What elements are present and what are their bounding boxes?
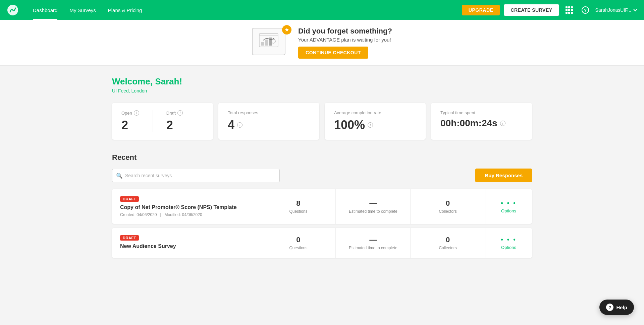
est-time-label: Estimated time to complete xyxy=(349,246,397,250)
svg-text:?: ? xyxy=(584,8,587,13)
survey-collectors-col: 0 Collectors xyxy=(410,189,485,224)
avg-completion-info-icon[interactable]: i xyxy=(368,122,373,128)
nav-links: Dashboard My Surveys Plans & Pricing xyxy=(27,0,462,20)
est-time-label: Estimated time to complete xyxy=(349,209,397,214)
options-label[interactable]: Options xyxy=(501,208,516,213)
user-menu[interactable]: SarahJonasUIF... xyxy=(595,7,637,13)
open-value: 2 xyxy=(121,118,139,132)
survey-options-col[interactable]: • • • Options xyxy=(485,228,532,258)
search-icon: 🔍 xyxy=(116,172,123,179)
typical-time-label: Typical time spent xyxy=(440,110,475,115)
recent-title: Recent xyxy=(112,153,532,162)
stat-card-typical-time: Typical time spent 00h:00m:24s i xyxy=(431,103,532,140)
questions-label: Questions xyxy=(289,246,307,250)
greeting-prefix: Welcome, xyxy=(112,76,155,86)
draft-badge: DRAFT xyxy=(120,196,139,202)
survey-questions-col: 0 Questions xyxy=(261,228,336,258)
avg-completion-value: 100% xyxy=(334,118,365,132)
survey-card: DRAFT New Audience Survey 0 Questions — … xyxy=(112,228,532,258)
user-first-name: Sarah xyxy=(155,76,179,86)
typical-time-value: 00h:00m:24s xyxy=(440,118,497,129)
stat-card-open-draft: Open i 2 Draft i 2 xyxy=(112,103,213,140)
draft-info-icon[interactable]: i xyxy=(177,110,183,116)
open-label: Open xyxy=(121,111,132,116)
draft-label: Draft xyxy=(166,111,176,116)
options-dots-icon: • • • xyxy=(501,236,517,244)
main-content: Welcome, Sarah! UI Feed, London Open i 2… xyxy=(104,66,540,278)
stat-card-total-responses: Total responses 4 i xyxy=(218,103,319,140)
collectors-label: Collectors xyxy=(439,246,457,250)
navbar-right: UPGRADE CREATE SURVEY ? SarahJonasUIF... xyxy=(462,4,637,16)
upgrade-button[interactable]: UPGRADE xyxy=(462,5,500,15)
options-label[interactable]: Options xyxy=(501,245,516,250)
welcome-section: Welcome, Sarah! UI Feed, London xyxy=(112,76,532,93)
survey-main: DRAFT Copy of Net Promoter® Score (NPS) … xyxy=(112,189,261,224)
navbar: Dashboard My Surveys Plans & Pricing UPG… xyxy=(0,0,644,20)
survey-questions-col: 8 Questions xyxy=(261,189,336,224)
promo-star-icon: ★ xyxy=(282,25,291,35)
chevron-down-icon xyxy=(633,9,637,11)
create-survey-button[interactable]: CREATE SURVEY xyxy=(504,4,559,16)
survey-options-col[interactable]: • • • Options xyxy=(485,189,532,224)
stat-divider xyxy=(153,110,153,132)
nav-dashboard[interactable]: Dashboard xyxy=(27,0,63,20)
total-responses-info-icon[interactable]: i xyxy=(237,122,243,128)
promo-banner: ★ Did you forget something? Your ADVANTA… xyxy=(0,20,644,66)
grid-icon xyxy=(566,6,573,14)
questions-value: 8 xyxy=(296,199,300,208)
total-responses-value: 4 xyxy=(228,118,234,132)
search-wrap: 🔍 xyxy=(112,169,280,182)
welcome-sub[interactable]: UI Feed, London xyxy=(112,88,532,93)
survey-card: DRAFT Copy of Net Promoter® Score (NPS) … xyxy=(112,189,532,224)
avg-completion-label: Average completion rate xyxy=(334,110,381,115)
greeting-suffix: ! xyxy=(179,76,182,86)
user-name: SarahJonasUIF... xyxy=(595,7,631,13)
recent-section: Recent 🔍 Buy Responses DRAFT Copy of Net… xyxy=(112,153,532,258)
promo-image: ★ xyxy=(252,28,289,58)
nav-my-surveys[interactable]: My Surveys xyxy=(63,0,102,20)
apps-grid-button[interactable] xyxy=(563,4,575,16)
survey-meta: Created: 04/06/2020 | Modified: 04/06/20… xyxy=(120,212,253,217)
promo-text: Did you forget something? Your ADVANTAGE… xyxy=(298,27,392,59)
collectors-label: Collectors xyxy=(439,209,457,214)
stat-open: Open i 2 xyxy=(121,110,139,132)
total-responses-label: Total responses xyxy=(228,110,258,115)
survey-main: DRAFT New Audience Survey xyxy=(112,228,261,258)
survey-time-col: — Estimated time to complete xyxy=(335,189,410,224)
draft-badge: DRAFT xyxy=(120,235,139,241)
est-time-value: — xyxy=(369,236,377,244)
typical-time-info-icon[interactable]: i xyxy=(500,121,505,126)
welcome-title: Welcome, Sarah! xyxy=(112,76,532,87)
collectors-value: 0 xyxy=(446,199,450,208)
collectors-value: 0 xyxy=(446,236,450,244)
open-info-icon[interactable]: i xyxy=(134,110,139,116)
continue-checkout-button[interactable]: CONTINUE CHECKOUT xyxy=(298,47,368,59)
nav-plans-pricing[interactable]: Plans & Pricing xyxy=(102,0,148,20)
draft-value: 2 xyxy=(166,118,183,132)
stat-draft: Draft i 2 xyxy=(166,110,183,132)
est-time-value: — xyxy=(369,199,377,208)
questions-label: Questions xyxy=(289,209,307,214)
search-input[interactable] xyxy=(112,169,280,182)
recent-toolbar: 🔍 Buy Responses xyxy=(112,169,532,182)
questions-value: 0 xyxy=(296,236,300,244)
svg-rect-5 xyxy=(261,42,264,46)
survey-title[interactable]: New Audience Survey xyxy=(120,243,253,249)
promo-headline: Did you forget something? xyxy=(298,27,392,36)
buy-responses-button[interactable]: Buy Responses xyxy=(475,169,532,182)
options-dots-icon: • • • xyxy=(501,199,517,207)
stats-row: Open i 2 Draft i 2 Total responses xyxy=(112,103,532,140)
survey-collectors-col: 0 Collectors xyxy=(410,228,485,258)
survey-time-col: — Estimated time to complete xyxy=(335,228,410,258)
svg-rect-6 xyxy=(265,40,268,46)
help-circle-button[interactable]: ? xyxy=(579,4,591,16)
survey-title[interactable]: Copy of Net Promoter® Score (NPS) Templa… xyxy=(120,204,253,210)
logo[interactable] xyxy=(7,4,19,16)
promo-subtext: Your ADVANTAGE plan is waiting for you! xyxy=(298,37,392,43)
stat-card-avg-completion: Average completion rate 100% i xyxy=(325,103,426,140)
